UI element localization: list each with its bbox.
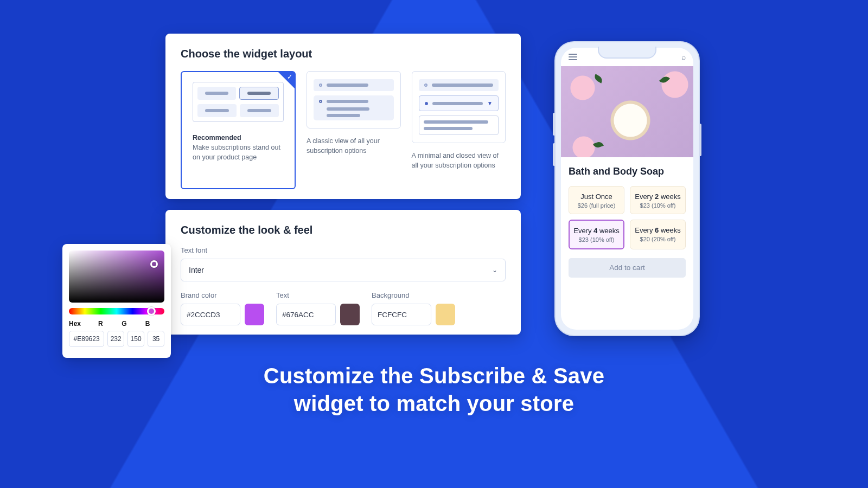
product-image [561, 66, 693, 157]
b-input[interactable]: 35 [148, 331, 164, 347]
r-input[interactable]: 232 [107, 331, 124, 347]
widget-layout-title: Choose the widget layout [181, 48, 506, 60]
font-select[interactable]: Inter ⌄ [181, 259, 506, 281]
font-label: Text font [181, 246, 506, 254]
widget-layout-card: Choose the widget layout ✓ [165, 34, 521, 199]
option-caption: Make subscriptions stand out on your pro… [193, 144, 280, 161]
phone-mock: ⌕ Bath and Body Soap Just Once $26 (full… [554, 41, 700, 336]
check-icon: ✓ [287, 74, 292, 80]
plan-option-once[interactable]: Just Once $26 (full price) [569, 186, 624, 214]
hex-label: Hex [69, 320, 94, 328]
layout-option-recommended[interactable]: ✓ [181, 71, 296, 189]
product-title: Bath and Body Soap [569, 166, 686, 177]
bg-color-label: Background [372, 291, 455, 299]
brand-color-swatch[interactable] [245, 304, 264, 325]
sv-handle[interactable] [150, 260, 158, 268]
b-label: B [145, 320, 164, 328]
plan-option-6w[interactable]: Every 6 weeks $20 (20% off) [630, 220, 686, 249]
option-title: Recommended [193, 133, 284, 143]
color-picker-popover: Hex R G B #E89623 232 150 35 [62, 244, 171, 358]
color-picker-sv[interactable] [69, 251, 164, 303]
text-color-swatch[interactable] [340, 304, 360, 325]
headline-line-1: Customize the Subscribe & Save [0, 362, 868, 390]
picker-labels: Hex R G B [69, 320, 164, 328]
g-input[interactable]: 150 [127, 331, 144, 347]
plan-option-2w[interactable]: Every 2 weeks $23 (10% off) [630, 186, 686, 214]
add-to-cart-button[interactable]: Add to cart [569, 258, 686, 278]
layout-option-classic[interactable]: A classic view of all your subscription … [307, 71, 400, 156]
layout-options: ✓ [181, 71, 506, 189]
plan-grid: Just Once $26 (full price) Every 2 weeks… [569, 186, 686, 249]
font-value: Inter [189, 266, 204, 274]
bg-color-swatch[interactable] [436, 304, 455, 325]
marketing-headline: Customize the Subscribe & Save widget to… [0, 362, 868, 418]
option-caption: A classic view of all your subscription … [307, 136, 400, 156]
hamburger-icon[interactable] [569, 54, 577, 60]
search-icon[interactable]: ⌕ [681, 53, 686, 61]
layout-option-minimal[interactable]: ▼ A minimal and closed view of all your … [412, 71, 506, 170]
plan-option-4w[interactable]: Every 4 weeks $23 (10% off) [569, 220, 624, 249]
option-caption: A minimal and closed view of all your su… [412, 151, 506, 170]
text-color-label: Text [276, 291, 360, 299]
color-picker-hue[interactable] [69, 308, 164, 314]
text-color-input[interactable]: #676ACC [276, 304, 336, 325]
chevron-down-icon: ▼ [487, 100, 493, 106]
phone-screen: ⌕ Bath and Body Soap Just Once $26 (full… [561, 48, 693, 330]
r-label: R [98, 320, 117, 328]
hue-handle[interactable] [147, 307, 156, 316]
headline-line-2: widget to match your store [0, 390, 868, 418]
look-and-feel-card: Customize the look & feel Text font Inte… [165, 210, 521, 335]
brand-color-input[interactable]: #2CCCD3 [181, 304, 240, 325]
bg-color-input[interactable]: FCFCFC [372, 304, 431, 325]
hex-input[interactable]: #E89623 [69, 331, 104, 347]
g-label: G [122, 320, 141, 328]
chevron-down-icon: ⌄ [492, 266, 497, 274]
phone-notch [598, 47, 656, 59]
brand-color-label: Brand color [181, 291, 264, 299]
look-title: Customize the look & feel [181, 224, 506, 236]
